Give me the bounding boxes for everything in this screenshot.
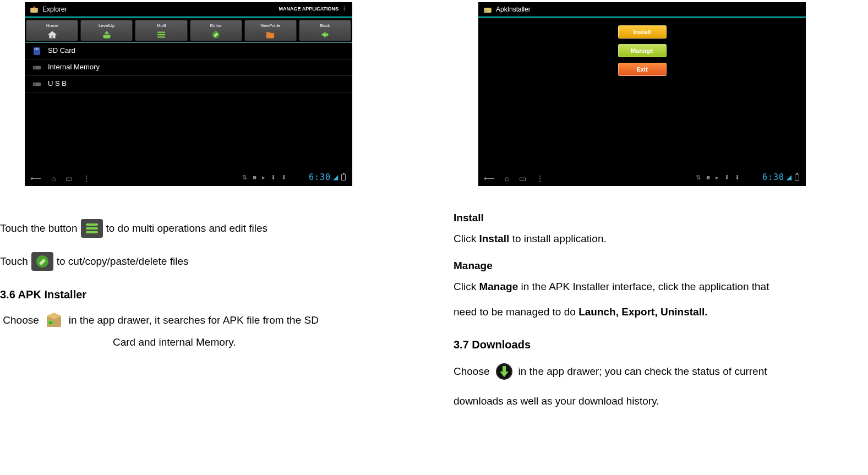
- recent-nav-icon[interactable]: ▭: [65, 172, 73, 185]
- status-icon: ⬇: [271, 172, 276, 183]
- wifi-icon: ◢: [787, 172, 791, 183]
- downloads-instruction: Choose in the app drawer; you can check …: [454, 362, 868, 381]
- sd-icon: [31, 47, 42, 56]
- battery-icon: [795, 174, 799, 181]
- downloads-icon: [493, 362, 515, 381]
- text: Multi: [156, 22, 166, 30]
- svg-rect-13: [325, 33, 329, 36]
- explorer-toolbar: HomeLevelUpMultiEditorNewFoldeBack: [25, 18, 352, 43]
- text: to install application.: [509, 233, 606, 244]
- text: Click: [454, 281, 479, 292]
- toolbar-back-button[interactable]: Back: [299, 20, 351, 41]
- svg-rect-16: [36, 48, 37, 50]
- battery-icon: [341, 174, 346, 181]
- menu-dots-icon[interactable]: ⋮: [342, 5, 347, 13]
- text: in the app drawer; you can check the sta…: [518, 363, 767, 380]
- android-navbar: ⟵ ⌂ ▭ ⋮ ⇅ ■ ▸ ⬇ ⬇ 6:30 ◢: [25, 172, 352, 186]
- status-icon: ⇅: [242, 172, 247, 183]
- text: NewFolde: [260, 22, 280, 30]
- status-icon: ▸: [716, 172, 719, 183]
- storage-label: Internal Memory: [48, 61, 100, 73]
- status-icon: ⬇: [281, 172, 286, 183]
- text: Touch: [0, 253, 28, 270]
- svg-rect-33: [484, 8, 492, 13]
- svg-marker-5: [104, 31, 110, 34]
- home-nav-icon[interactable]: ⌂: [505, 172, 509, 185]
- back-nav-icon[interactable]: ⟵: [484, 172, 495, 185]
- manage-button[interactable]: Manage: [618, 44, 667, 57]
- svg-marker-1: [34, 6, 35, 8]
- explorer-app-icon: [29, 4, 39, 14]
- manage-body-2: need to be managed to do Launch, Export,…: [454, 303, 868, 321]
- svg-rect-25: [86, 231, 98, 233]
- svg-rect-23: [86, 223, 98, 226]
- text-bold: Launch, Export, Uninstall.: [578, 306, 707, 318]
- manage-body-1: Click Manage in the APK Installer interf…: [454, 278, 868, 296]
- svg-rect-21: [34, 83, 35, 85]
- svg-rect-6: [157, 31, 165, 32]
- apk-instruction-line2: Card and internal Memory.: [113, 334, 429, 351]
- svg-rect-11: [266, 32, 270, 34]
- internal-icon: [31, 64, 42, 71]
- newfolder-icon: [265, 30, 276, 39]
- usb-icon: [31, 81, 42, 88]
- storage-row[interactable]: U S B: [25, 76, 352, 92]
- multi-icon: [156, 30, 167, 39]
- more-nav-icon[interactable]: ⋮: [83, 172, 90, 185]
- explorer-header: Explorer MANAGE APPLICATIONS ⋮: [25, 2, 352, 17]
- editor-icon: [210, 30, 221, 39]
- apkinstaller-screenshot: ApkInstaller Install Manage Exit ⟵ ⌂ ▭ ⋮…: [478, 2, 806, 186]
- svg-rect-24: [86, 227, 98, 230]
- status-icon: ■: [706, 172, 710, 183]
- status-icon: ■: [253, 172, 256, 183]
- apkinstaller-header: ApkInstaller: [478, 2, 806, 17]
- toolbar-home-button[interactable]: Home: [26, 20, 78, 41]
- svg-rect-17: [37, 48, 39, 50]
- text: Choose: [454, 363, 490, 380]
- svg-rect-3: [51, 35, 53, 38]
- toolbar-newfolder-button[interactable]: NewFolde: [244, 20, 297, 41]
- apkinstaller-title: ApkInstaller: [496, 4, 531, 15]
- install-button[interactable]: Install: [618, 25, 667, 39]
- text: in the app drawer, it searches for APK f…: [69, 312, 319, 329]
- back-nav-icon[interactable]: ⟵: [30, 172, 41, 185]
- manage-applications-label[interactable]: MANAGE APPLICATIONS: [279, 5, 339, 13]
- toolbar-editor-button[interactable]: Editor: [190, 20, 242, 41]
- text-bold: Manage: [479, 281, 518, 292]
- storage-label: SD Card: [48, 45, 75, 57]
- text: LevelUp: [99, 22, 114, 30]
- svg-rect-15: [35, 48, 36, 50]
- downloads-instruction-line2: downloads as well as your download histo…: [454, 392, 868, 410]
- apk-instruction: Choose in the app drawer, it searches fo…: [0, 310, 429, 330]
- multi-icon: [81, 219, 103, 238]
- explorer-list: SD CardInternal MemoryU S B: [25, 43, 352, 92]
- install-heading: Install: [454, 209, 868, 227]
- editor-instruction: Touch to cut/copy/paste/delete files: [0, 252, 429, 271]
- toolbar-multi-button[interactable]: Multi: [135, 20, 187, 41]
- clock: 6:30: [762, 171, 784, 185]
- explorer-screenshot: Explorer MANAGE APPLICATIONS ⋮ HomeLevel…: [25, 2, 352, 186]
- status-icon: ▸: [262, 172, 265, 183]
- heading-3-7: 3.7 Downloads: [454, 335, 868, 354]
- svg-rect-4: [103, 35, 110, 38]
- recent-nav-icon[interactable]: ▭: [519, 172, 526, 185]
- more-nav-icon[interactable]: ⋮: [536, 172, 544, 185]
- svg-rect-32: [49, 321, 52, 324]
- svg-rect-19: [34, 67, 35, 68]
- text: Home: [46, 22, 58, 30]
- svg-rect-7: [157, 34, 165, 35]
- text: to do multi operations and edit files: [106, 220, 268, 237]
- status-icon: ⇅: [696, 172, 701, 183]
- back-icon: [319, 30, 330, 39]
- storage-row[interactable]: Internal Memory: [25, 59, 352, 76]
- storage-row[interactable]: SD Card: [25, 43, 352, 59]
- exit-button[interactable]: Exit: [618, 63, 667, 76]
- home-nav-icon[interactable]: ⌂: [51, 172, 56, 185]
- toolbar-levelup-button[interactable]: LevelUp: [80, 20, 133, 41]
- text-bold: Install: [479, 233, 509, 244]
- status-icon: ⬇: [735, 172, 740, 183]
- text: in the APK Installer interface, click th…: [518, 281, 769, 292]
- apkinstaller-app-icon: [483, 4, 493, 14]
- svg-rect-8: [157, 36, 165, 37]
- text: Touch the button: [0, 220, 78, 237]
